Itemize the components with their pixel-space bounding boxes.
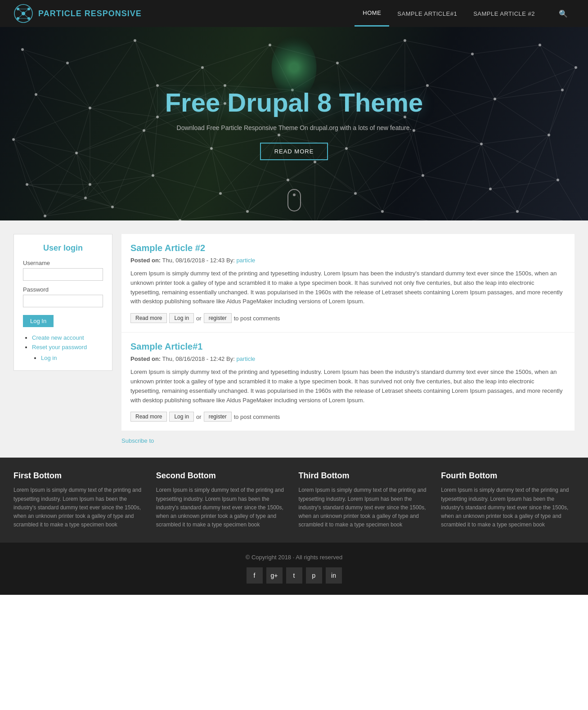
read-more-button[interactable]: Read more	[130, 313, 167, 323]
list-item: Log in	[41, 354, 103, 361]
nav-article1[interactable]: SAMPLE ARTICLE#1	[389, 1, 465, 26]
article-body: Lorem Ipsum is simply dummy text of the …	[130, 269, 566, 306]
site-header: PARTICLE RESPONSIVE HOME SAMPLE ARTICLE#…	[0, 0, 588, 27]
article-item: Sample Article#1 Posted on: Thu, 08/16/2…	[121, 332, 575, 431]
article-body: Lorem Ipsum is simply dummy text of the …	[130, 368, 566, 405]
reset-password-link[interactable]: Reset your password	[32, 344, 87, 351]
username-label: Username	[23, 260, 103, 266]
bottom-widget-2: Second Bottom Lorem Ipsum is simply dumm…	[156, 471, 290, 529]
password-label: Password	[23, 286, 103, 293]
bottom-widget-text: Lorem Ipsum is simply dummy text of the …	[13, 486, 147, 529]
article-title[interactable]: Sample Article #2	[130, 243, 566, 253]
username-group: Username	[23, 260, 103, 281]
article-footer: Read more Log in or register to post com…	[130, 412, 566, 422]
article-login-button[interactable]: Log in	[169, 412, 194, 422]
hero-subtitle: Download Free Particle Responsive Theme …	[165, 124, 423, 131]
read-more-button[interactable]: Read more	[130, 412, 167, 422]
main-nav: HOME SAMPLE ARTICLE#1 SAMPLE ARTICLE #2 …	[355, 0, 575, 27]
svg-line-6	[18, 9, 23, 13]
sidebar-links: Create new account Reset your password	[23, 334, 103, 351]
svg-line-9	[23, 13, 29, 18]
footer-copyright: © Copyright 2018 · All rights reserved	[11, 554, 577, 561]
logo-icon	[13, 4, 34, 24]
site-title: PARTICLE RESPONSIVE	[38, 9, 142, 18]
article-meta: Posted on: Thu, 08/16/2018 - 12:42 By: p…	[130, 355, 566, 362]
bottom-widget-1: First Bottom Lorem Ipsum is simply dummy…	[13, 471, 147, 529]
article-meta: Posted on: Thu, 08/16/2018 - 12:43 By: p…	[130, 257, 566, 264]
facebook-social-button[interactable]: f	[247, 567, 263, 584]
article-author[interactable]: particle	[236, 257, 255, 264]
hero-cta-button[interactable]: READ MORE	[260, 143, 328, 160]
article-login-button[interactable]: Log in	[169, 313, 194, 323]
username-input[interactable]	[23, 268, 103, 281]
svg-line-7	[23, 9, 29, 13]
bottom-widget-text: Lorem Ipsum is simply dummy text of the …	[441, 486, 575, 529]
password-input[interactable]	[23, 295, 103, 307]
login-title: User login	[23, 243, 103, 253]
login-box: User login Username Password Log In Crea…	[13, 234, 112, 371]
by-label: By:	[226, 257, 235, 264]
list-item: Reset your password	[32, 343, 103, 351]
or-text: or	[196, 413, 202, 420]
sidebar: User login Username Password Log In Crea…	[13, 234, 112, 444]
bottom-widget-3: Third Bottom Lorem Ipsum is simply dummy…	[299, 471, 432, 529]
article-footer: Read more Log in or register to post com…	[130, 313, 566, 323]
hero-title: Free Drupal 8 Theme	[165, 87, 423, 117]
logo-link[interactable]: PARTICLE RESPONSIVE	[13, 4, 142, 24]
twitter-social-button[interactable]: t	[286, 567, 302, 584]
article-item: Sample Article #2 Posted on: Thu, 08/16/…	[121, 234, 575, 332]
bottom-widget-text: Lorem Ipsum is simply dummy text of the …	[299, 486, 432, 529]
hero-section: Free Drupal 8 Theme Download Free Partic…	[0, 27, 588, 220]
posted-label: Posted on:	[130, 257, 161, 264]
scroll-indicator	[287, 189, 301, 211]
bottom-widget-title: Fourth Bottom	[441, 471, 575, 481]
password-group: Password	[23, 286, 103, 307]
bottom-widget-text: Lorem Ipsum is simply dummy text of the …	[156, 486, 290, 529]
article-author[interactable]: particle	[236, 355, 255, 362]
log-in-link[interactable]: Log in	[41, 355, 57, 361]
comment-text: to post comments	[234, 315, 280, 322]
linkedin-social-button[interactable]: in	[326, 567, 342, 584]
articles-area: Sample Article #2 Posted on: Thu, 08/16/…	[121, 234, 575, 444]
bottom-widgets: First Bottom Lorem Ipsum is simply dummy…	[0, 458, 588, 543]
bottom-widget-title: Third Bottom	[299, 471, 432, 481]
pinterest-social-button[interactable]: p	[306, 567, 322, 584]
posted-label: Posted on:	[130, 355, 161, 362]
login-button[interactable]: Log In	[23, 315, 54, 327]
subscribe-link[interactable]: Subscribe to	[121, 437, 575, 444]
search-icon[interactable]: 🔍	[552, 5, 575, 22]
article-register-button[interactable]: register	[204, 313, 232, 323]
google-plus-social-button[interactable]: g+	[266, 567, 283, 584]
nav-home[interactable]: HOME	[355, 0, 389, 27]
svg-line-8	[18, 13, 23, 18]
or-text: or	[196, 315, 202, 322]
footer-social: f g+ t p in	[11, 567, 577, 584]
scroll-dot	[293, 193, 296, 196]
article-register-button[interactable]: register	[204, 412, 232, 422]
site-footer: © Copyright 2018 · All rights reserved f…	[0, 543, 588, 595]
bottom-widget-4: Fourth Bottom Lorem Ipsum is simply dumm…	[441, 471, 575, 529]
by-label: By:	[226, 355, 235, 362]
bottom-widget-title: Second Bottom	[156, 471, 290, 481]
article-date: Thu, 08/16/2018 - 12:42	[162, 355, 225, 362]
comment-text: to post comments	[234, 413, 280, 420]
hero-content: Free Drupal 8 Theme Download Free Partic…	[165, 87, 423, 160]
main-area: User login Username Password Log In Crea…	[0, 220, 588, 458]
bottom-widget-title: First Bottom	[13, 471, 147, 481]
create-account-link[interactable]: Create new account	[32, 334, 84, 341]
article-date: Thu, 08/16/2018 - 12:43	[162, 257, 225, 264]
sidebar-log-in-area: Log in	[23, 354, 103, 361]
list-item: Create new account	[32, 334, 103, 341]
article-title[interactable]: Sample Article#1	[130, 342, 566, 352]
nav-article2[interactable]: SAMPLE ARTICLE #2	[465, 1, 543, 26]
